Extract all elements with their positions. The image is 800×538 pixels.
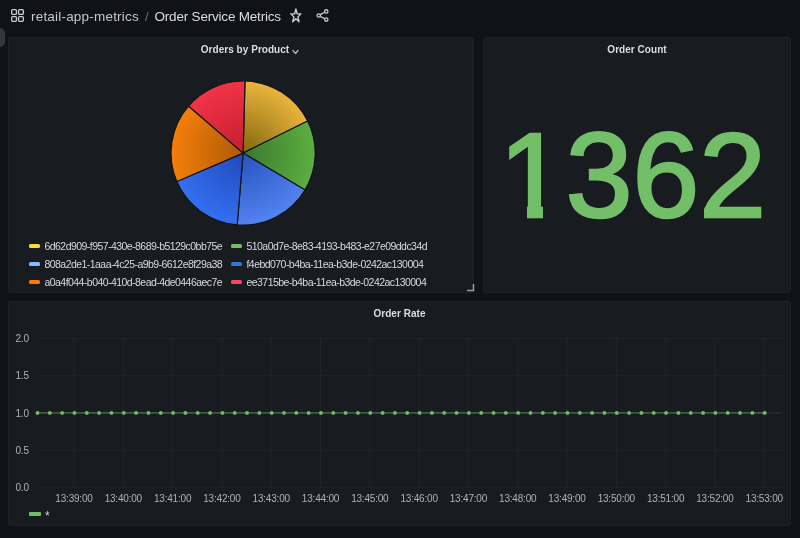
series-point bbox=[196, 411, 200, 415]
pie-legend-label: 808a2de1-1aaa-4c25-a9b9-6612e8f29a38 bbox=[45, 258, 223, 270]
series-point bbox=[639, 411, 643, 415]
y-axis-label: 0.5 bbox=[15, 445, 29, 456]
x-axis-label: 13:41:00 bbox=[154, 493, 192, 504]
series-point bbox=[146, 411, 150, 415]
series-point bbox=[615, 411, 619, 415]
series-point bbox=[738, 411, 742, 415]
pie-legend-label: 510a0d7e-8e83-4193-b483-e27e09ddc34d bbox=[247, 240, 427, 252]
pie-panel-title: Orders by Product bbox=[201, 44, 289, 55]
pie-legend-item[interactable]: ee3715be-b4ba-11ea-b3de-0242ac130004 bbox=[231, 273, 433, 291]
y-axis-label: 0.0 bbox=[15, 482, 29, 493]
pie-legend-item[interactable]: f4ebd070-b4ba-11ea-b3de-0242ac130004 bbox=[231, 255, 433, 273]
share-alt-icon bbox=[315, 8, 330, 23]
series-point bbox=[479, 411, 483, 415]
series-point bbox=[171, 411, 175, 415]
stat-value: 1362 bbox=[499, 115, 766, 235]
menu-toggle-handle[interactable] bbox=[0, 28, 5, 47]
pie-legend-swatch bbox=[29, 280, 41, 284]
pie-legend-swatch bbox=[29, 262, 41, 266]
pie-legend-label: f4ebd070-b4ba-11ea-b3de-0242ac130004 bbox=[247, 258, 424, 270]
pie-legend-item[interactable]: 6d62d909-f957-430e-8689-b5129c0bb75e bbox=[29, 237, 231, 255]
series-point bbox=[566, 411, 570, 415]
series-point bbox=[208, 411, 212, 415]
series-point bbox=[529, 411, 533, 415]
share-button[interactable] bbox=[315, 8, 330, 23]
star-icon bbox=[290, 8, 302, 23]
series-point bbox=[319, 411, 323, 415]
series-point bbox=[578, 411, 582, 415]
panel-orders-by-product: Orders by Product 6d62d909-f957-430e-868… bbox=[8, 37, 474, 293]
series-point bbox=[701, 411, 705, 415]
pie-legend-swatch bbox=[231, 244, 243, 248]
x-axis-label: 13:53:00 bbox=[746, 493, 784, 504]
series-point bbox=[726, 411, 730, 415]
x-axis-label: 13:49:00 bbox=[548, 493, 586, 504]
pie-legend-item[interactable]: a0a4f044-b040-410d-8ead-4de0446aec7e bbox=[29, 273, 231, 291]
pie-legend-item[interactable]: 808a2de1-1aaa-4c25-a9b9-6612e8f29a38 bbox=[29, 255, 231, 273]
breadcrumb: retail-app-metrics / Order Service Metri… bbox=[31, 9, 281, 24]
series-point bbox=[257, 411, 261, 415]
x-axis-label: 13:52:00 bbox=[696, 493, 734, 504]
x-axis-label: 13:46:00 bbox=[400, 493, 438, 504]
x-axis-label: 13:47:00 bbox=[450, 493, 488, 504]
pie-legend: 6d62d909-f957-430e-8689-b5129c0bb75e510a… bbox=[29, 237, 471, 291]
pie-legend-label: 6d62d909-f957-430e-8689-b5129c0bb75e bbox=[45, 240, 223, 252]
stat-value-box: 1362 bbox=[484, 66, 790, 284]
dashboard-header: retail-app-metrics / Order Service Metri… bbox=[0, 0, 800, 32]
stat-panel-header[interactable]: Order Count bbox=[484, 38, 790, 64]
series-point bbox=[294, 411, 298, 415]
x-axis-label: 13:40:00 bbox=[105, 493, 143, 504]
series-point bbox=[467, 411, 471, 415]
series-point bbox=[541, 411, 545, 415]
series-point bbox=[282, 411, 286, 415]
breadcrumb-dashboard: Order Service Metrics bbox=[155, 9, 281, 24]
series-point bbox=[442, 411, 446, 415]
series-point bbox=[516, 411, 520, 415]
series-point bbox=[245, 411, 249, 415]
stat-panel-title: Order Count bbox=[607, 44, 666, 55]
pie-panel-header[interactable]: Orders by Product bbox=[19, 38, 483, 64]
series-point bbox=[331, 411, 335, 415]
series-point bbox=[627, 411, 631, 415]
pie-legend-label: a0a4f044-b040-410d-8ead-4de0446aec7e bbox=[45, 276, 223, 288]
x-axis-label: 13:42:00 bbox=[203, 493, 241, 504]
series-point bbox=[233, 411, 237, 415]
series-point bbox=[713, 411, 717, 415]
y-axis-label: 2.0 bbox=[15, 333, 29, 344]
series-point bbox=[418, 411, 422, 415]
series-point bbox=[110, 411, 114, 415]
series-point bbox=[122, 411, 126, 415]
series-point bbox=[590, 411, 594, 415]
series-point bbox=[48, 411, 52, 415]
x-axis-label: 13:43:00 bbox=[253, 493, 291, 504]
series-point bbox=[159, 411, 163, 415]
series-point bbox=[36, 411, 40, 415]
series-point bbox=[603, 411, 607, 415]
ts-legend-item[interactable]: * bbox=[29, 507, 50, 521]
x-axis-label: 13:48:00 bbox=[499, 493, 537, 504]
panel-resize-handle[interactable] bbox=[465, 282, 475, 292]
series-point bbox=[492, 411, 496, 415]
pie-legend-swatch bbox=[231, 262, 243, 266]
pie-legend-item[interactable]: 510a0d7e-8e83-4193-b483-e27e09ddc34d bbox=[231, 237, 433, 255]
breadcrumb-folder[interactable]: retail-app-metrics bbox=[31, 9, 139, 24]
x-axis-label: 13:45:00 bbox=[351, 493, 389, 504]
series-point bbox=[270, 411, 274, 415]
series-point bbox=[73, 411, 77, 415]
series-point bbox=[356, 411, 360, 415]
pie-legend-label: ee3715be-b4ba-11ea-b3de-0242ac130004 bbox=[247, 276, 427, 288]
apps-icon[interactable] bbox=[11, 9, 24, 22]
series-point bbox=[553, 411, 557, 415]
pie-legend-swatch bbox=[231, 280, 243, 284]
pie-legend-swatch bbox=[29, 244, 41, 248]
series-point bbox=[504, 411, 508, 415]
star-button[interactable] bbox=[290, 8, 302, 23]
stat-digit-mask bbox=[503, 205, 527, 221]
series-point bbox=[676, 411, 680, 415]
series-point bbox=[664, 411, 668, 415]
panel-order-count: Order Count 1362 bbox=[483, 37, 791, 293]
x-axis-label: 13:50:00 bbox=[598, 493, 636, 504]
series-point bbox=[405, 411, 409, 415]
series-point bbox=[220, 411, 224, 415]
series-point bbox=[381, 411, 385, 415]
